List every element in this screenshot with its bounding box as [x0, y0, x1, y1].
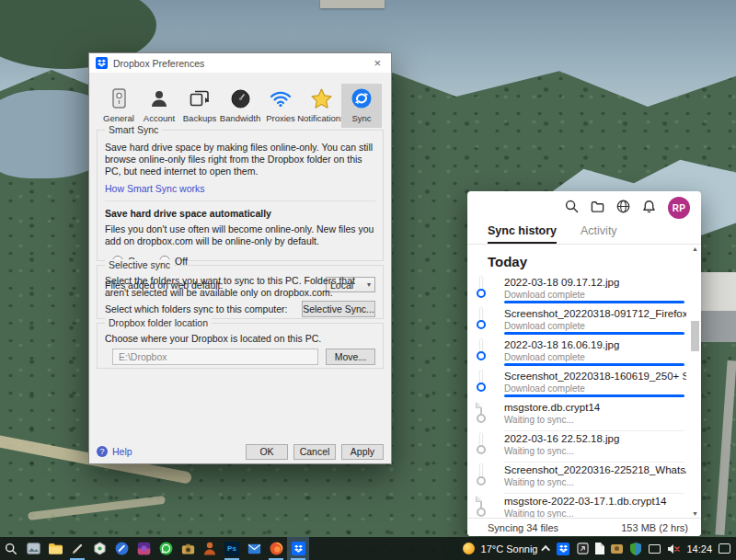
taskbar-mail-button[interactable]	[243, 537, 265, 560]
selective-sync-button[interactable]: Selective Sync...	[302, 301, 375, 317]
tab-sync[interactable]: Sync	[341, 84, 382, 128]
tray-network-monitor-icon[interactable]	[649, 544, 661, 554]
wallpaper-sand-path	[28, 496, 166, 520]
tray-dropbox-icon[interactable]	[557, 543, 569, 555]
sync-size-eta: 153 MB (2 hrs)	[621, 522, 688, 533]
taskbar-blue-app-button[interactable]	[110, 537, 132, 560]
wallpaper-building	[696, 272, 736, 311]
panel-tab-bar: Sync history Activity	[467, 224, 701, 245]
tab-bandwidth[interactable]: Bandwidth	[220, 84, 260, 128]
auto-save-description: Files you don't use often will become on…	[105, 223, 375, 247]
action-center-icon[interactable]	[719, 543, 730, 554]
taskbar-gallery-app-button[interactable]	[132, 537, 155, 560]
camera-app-icon	[180, 542, 195, 556]
dialog-titlebar[interactable]: Dropbox Preferences ×	[89, 53, 391, 73]
syncing-status: Syncing 34 files	[488, 522, 558, 533]
sync-status-ring-icon	[477, 476, 486, 486]
pen-icon	[70, 542, 85, 556]
tray-app-square-icon[interactable]	[576, 543, 589, 555]
move-button[interactable]: Move...	[326, 349, 375, 365]
apply-button[interactable]: Apply	[341, 444, 384, 460]
list-item[interactable]: 2022-03-18 09.17.12.jpg Download complet…	[467, 275, 690, 306]
tab-activity[interactable]: Activity	[581, 224, 617, 244]
dropbox-sync-panel: RP Sync history Activity Today 2022-03-1…	[467, 191, 701, 536]
mail-icon	[247, 542, 261, 556]
blue-circle-app-icon	[114, 542, 129, 556]
search-icon[interactable]	[565, 200, 579, 217]
tray-document-icon[interactable]	[595, 543, 604, 554]
backup-folders-icon	[190, 86, 210, 110]
sync-status-ring-icon	[477, 508, 486, 517]
tab-account[interactable]: Account	[139, 84, 179, 128]
tab-proxies[interactable]: Proxies	[260, 84, 301, 128]
scrollbar[interactable]: ▲ ▼	[690, 246, 700, 517]
sync-status-ring-icon	[477, 320, 486, 329]
folder-location-description: Choose where your Dropbox is located on …	[105, 333, 375, 345]
tab-general[interactable]: General	[98, 84, 139, 128]
tray-camera-icon[interactable]	[611, 544, 623, 554]
wallpaper-parking-lot	[696, 311, 736, 342]
tab-sync-history[interactable]: Sync history	[488, 224, 557, 244]
firefox-icon	[269, 542, 283, 556]
list-item[interactable]: 2022-03-16 22.52.18.jpg Waiting to sync.…	[467, 431, 690, 463]
list-item[interactable]: Screenshot_20220316-225218_WhatsApp.jpg …	[467, 463, 690, 494]
tab-backups[interactable]: Backups	[179, 84, 220, 128]
weather-sun-icon[interactable]	[463, 543, 475, 554]
taskbar-person-app-button[interactable]	[199, 537, 221, 560]
sync-status-ring-icon	[477, 383, 486, 392]
how-smart-sync-works-link[interactable]: How Smart Sync works	[105, 183, 205, 194]
taskbar-search-button[interactable]	[0, 537, 22, 560]
person-app-icon	[202, 542, 217, 556]
taskbar-hexagon-app-button[interactable]	[88, 537, 110, 560]
tray-defender-shield-icon[interactable]	[629, 543, 642, 555]
gauge-icon	[231, 86, 250, 110]
list-item[interactable]: msgstore.db.crypt14 Waiting to sync...	[467, 400, 690, 431]
clock[interactable]: 14:24	[686, 543, 712, 554]
taskbar-dropbox-button[interactable]	[287, 537, 309, 560]
sync-status-ring-icon	[477, 414, 486, 423]
taskbar-whatsapp-button[interactable]	[155, 537, 177, 560]
panel-footer: Syncing 34 files 153 MB (2 hrs)	[467, 518, 701, 536]
tray-speaker-muted-icon[interactable]	[667, 543, 680, 555]
close-icon[interactable]: ×	[370, 57, 385, 69]
dialog-title: Dropbox Preferences	[113, 58, 370, 69]
ok-button[interactable]: OK	[246, 444, 288, 460]
progress-bar	[504, 363, 684, 366]
photos-icon	[26, 542, 40, 556]
panel-header: RP	[467, 191, 701, 224]
taskbar-camera-app-button[interactable]	[177, 537, 199, 560]
help-link[interactable]: ? Help	[97, 446, 132, 457]
tab-notifications[interactable]: Notifications	[301, 84, 341, 128]
weather-text[interactable]: 17°C Sonnig	[481, 543, 538, 554]
cancel-button[interactable]: Cancel	[293, 444, 336, 460]
bell-icon[interactable]	[642, 200, 656, 217]
section-heading: Today	[488, 254, 690, 269]
list-item[interactable]: Screenshot_20220318-091712_Firefox.jpg D…	[467, 306, 690, 337]
taskbar-firefox-button[interactable]	[265, 537, 287, 560]
scrollbar-thumb[interactable]	[691, 321, 699, 351]
globe-icon[interactable]	[616, 200, 630, 217]
scroll-down-icon[interactable]: ▼	[690, 510, 700, 517]
taskbar-pen-app-button[interactable]	[66, 537, 88, 560]
group-label: Dropbox folder location	[105, 317, 212, 328]
taskbar-photoshop-button[interactable]: Ps	[221, 537, 243, 560]
progress-bar	[504, 394, 684, 397]
person-icon	[150, 86, 168, 110]
list-item[interactable]: Screenshot_20220318-160619_250+ Solitair…	[467, 369, 690, 400]
taskbar-photos-button[interactable]	[22, 537, 44, 560]
folder-icon[interactable]	[591, 200, 604, 217]
light-switch-icon	[112, 86, 126, 110]
sync-icon	[351, 86, 372, 110]
chevron-up-icon[interactable]	[542, 545, 551, 554]
list-item[interactable]: msgstore-2022-03-17.1.db.crypt14 Waiting…	[467, 494, 690, 518]
selective-sync-description: Select the folders you want to sync to t…	[105, 275, 375, 299]
sync-status-ring-icon	[477, 351, 486, 360]
group-label: Selective sync	[105, 259, 174, 270]
scroll-up-icon[interactable]: ▲	[690, 246, 700, 252]
photoshop-icon: Ps	[224, 542, 239, 556]
taskbar-file-explorer-button[interactable]	[44, 537, 66, 560]
dropbox-path-field[interactable]: E:\Dropbox	[112, 349, 318, 365]
list-item[interactable]: 2022-03-18 16.06.19.jpg Download complet…	[467, 337, 690, 369]
avatar[interactable]: RP	[668, 197, 690, 219]
folder-location-group: Dropbox folder location Choose where you…	[97, 323, 384, 369]
